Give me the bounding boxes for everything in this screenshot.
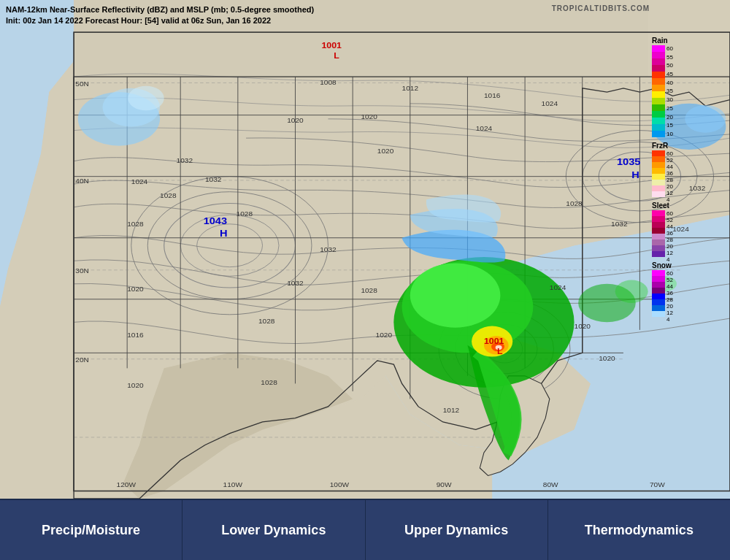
svg-text:1012: 1012: [443, 407, 459, 415]
svg-text:1032: 1032: [205, 175, 221, 183]
svg-text:1028: 1028: [361, 287, 377, 295]
tropicaltidbits-logo: TROPICALTIDBITS.COM: [552, 4, 650, 12]
nav-bar: Precip/Moisture Lower Dynamics Upper Dyn…: [0, 499, 730, 560]
svg-text:1001: 1001: [484, 336, 504, 346]
nav-precip-moisture[interactable]: Precip/Moisture: [0, 500, 182, 560]
svg-text:1028: 1028: [258, 318, 275, 326]
svg-text:1035: 1035: [617, 156, 641, 166]
svg-text:40N: 40N: [75, 177, 89, 185]
svg-text:L: L: [497, 347, 503, 357]
main-container: NAM-12km Near-Surface Reflectivity (dBZ)…: [0, 0, 730, 560]
svg-text:1012: 1012: [402, 84, 418, 92]
svg-text:1032: 1032: [611, 220, 627, 228]
svg-text:1032: 1032: [177, 156, 193, 164]
map-title: NAM-12km Near-Surface Reflectivity (dBZ)…: [6, 4, 314, 27]
svg-point-58: [128, 86, 164, 111]
map-section: NAM-12km Near-Surface Reflectivity (dBZ)…: [0, 0, 730, 499]
frzr-legend-label: FrzR: [652, 142, 729, 150]
svg-text:1032: 1032: [287, 279, 303, 287]
sleet-legend: Sleet 60 52 44: [652, 202, 729, 257]
svg-text:70W: 70W: [650, 481, 666, 489]
svg-text:1028: 1028: [127, 220, 144, 228]
svg-text:1028: 1028: [566, 199, 583, 207]
svg-text:1020: 1020: [127, 285, 144, 294]
svg-point-54: [615, 280, 648, 304]
snow-legend: Snow 60 52 44: [652, 261, 729, 317]
svg-text:100W: 100W: [330, 481, 350, 489]
svg-text:1028: 1028: [237, 210, 253, 218]
svg-text:110W: 110W: [223, 481, 243, 489]
svg-text:1001: 1001: [321, 41, 342, 51]
svg-text:H: H: [631, 169, 639, 180]
svg-text:H: H: [220, 227, 228, 238]
svg-text:1024: 1024: [550, 283, 566, 291]
legend-container: Rain: [652, 37, 729, 321]
snow-legend-label: Snow: [652, 261, 729, 269]
svg-text:1020: 1020: [287, 116, 304, 124]
nav-lower-dynamics[interactable]: Lower Dynamics: [182, 500, 365, 560]
nav-thermodynamics[interactable]: Thermodynamics: [548, 500, 730, 560]
svg-text:1020: 1020: [361, 112, 377, 120]
frzr-legend: FrzR 60 52 44: [652, 142, 729, 197]
svg-text:1020: 1020: [376, 331, 393, 340]
weather-map: 50N 40N 30N 20N 120W 110W 100W 90W 80W 7…: [0, 0, 730, 499]
svg-text:1043: 1043: [204, 215, 228, 226]
svg-text:1028: 1028: [261, 379, 277, 387]
svg-text:20N: 20N: [75, 356, 89, 364]
svg-text:50N: 50N: [75, 80, 89, 88]
svg-text:1016: 1016: [484, 92, 501, 100]
svg-text:1020: 1020: [127, 381, 144, 389]
svg-text:1028: 1028: [160, 191, 177, 199]
svg-text:1024: 1024: [542, 99, 558, 107]
rain-legend-label: Rain: [652, 37, 729, 45]
svg-text:120W: 120W: [117, 481, 137, 489]
map-title-line1: NAM-12km Near-Surface Reflectivity (dBZ)…: [6, 4, 314, 15]
svg-text:90W: 90W: [437, 481, 453, 489]
svg-text:80W: 80W: [543, 481, 559, 489]
svg-text:1020: 1020: [575, 322, 591, 330]
svg-text:1016: 1016: [127, 331, 144, 340]
nav-upper-dynamics[interactable]: Upper Dynamics: [366, 500, 548, 560]
map-title-line2: Init: 00z Jan 14 2022 Forecast Hour: [54…: [6, 15, 314, 26]
svg-text:30N: 30N: [75, 266, 89, 275]
svg-text:1020: 1020: [377, 147, 394, 155]
svg-text:1020: 1020: [599, 354, 615, 362]
svg-point-48: [410, 263, 501, 327]
svg-text:1024: 1024: [131, 177, 148, 185]
svg-text:1032: 1032: [320, 245, 336, 253]
svg-text:1024: 1024: [476, 124, 493, 132]
sleet-legend-label: Sleet: [652, 202, 729, 210]
svg-text:1008: 1008: [320, 78, 337, 86]
rain-legend: Rain: [652, 37, 729, 137]
svg-text:L: L: [334, 50, 339, 61]
